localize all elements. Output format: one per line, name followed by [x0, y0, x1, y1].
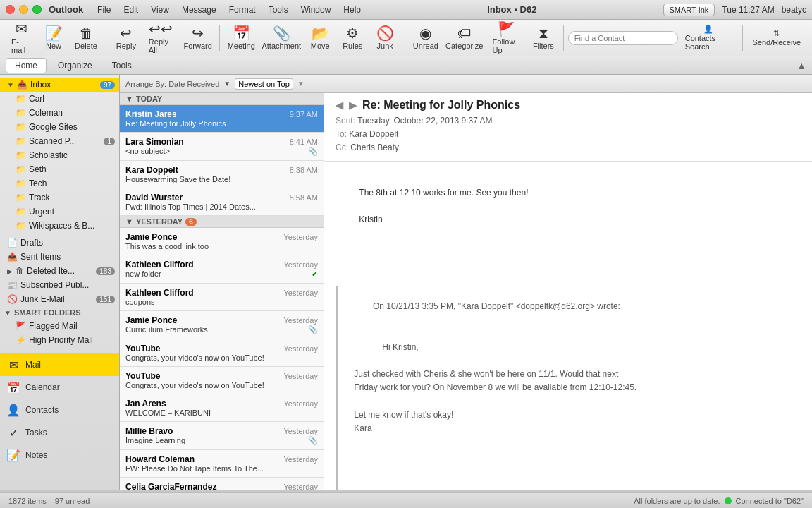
menu-tools[interactable]: Tools	[269, 5, 288, 15]
move-button[interactable]: 📂 Move	[304, 23, 336, 53]
bottom-nav-tasks[interactable]: ✓ Tasks	[0, 421, 119, 444]
nav-close-icon[interactable]: ▲	[796, 60, 806, 71]
reply-all-button[interactable]: ↩↩ Reply All	[143, 19, 179, 57]
email-item-youtube1[interactable]: YouTube Yesterday Congrats, your video's…	[120, 339, 324, 367]
sidebar-item-track[interactable]: 📁 Track	[0, 190, 119, 205]
body-line2: Kristin	[359, 214, 382, 224]
sidebar-item-subscribed[interactable]: 📰 Subscribed Publ...	[0, 278, 119, 292]
email-item-kathleen1[interactable]: Kathleen Clifford Yesterday new folder ✔	[120, 255, 324, 284]
folder-icon-junk: 🚫	[7, 294, 18, 304]
email-nav-fwd[interactable]: ▶	[349, 99, 357, 111]
forward-button[interactable]: ↪ Forward	[180, 23, 215, 53]
tab-organize[interactable]: Organize	[49, 59, 101, 73]
email-item-millie[interactable]: Millie Bravo Yesterday Imagine Learning …	[120, 422, 324, 450]
quoted-block1: On 10/21/13 3:35 PM, "Kara Doppelt" <dop…	[336, 286, 801, 490]
sidebar-item-tech[interactable]: 📁 Tech	[0, 176, 119, 190]
email-button[interactable]: ✉ E-mail	[6, 19, 37, 57]
sidebar-item-google-sites[interactable]: 📁 Google Sites	[0, 120, 119, 134]
email-time: 8:41 AM	[290, 138, 318, 146]
email-nav-back[interactable]: ◀	[336, 99, 343, 111]
follow-up-button[interactable]: 🚩 Follow Up	[487, 19, 527, 57]
unread-button[interactable]: ◉ Unread	[410, 23, 442, 53]
email-time: Yesterday	[283, 372, 318, 380]
attachment-button[interactable]: 📎 Attachment	[259, 23, 303, 53]
track-label: Track	[29, 193, 50, 202]
scanned-badge: 1	[104, 138, 115, 145]
email-item-youtube2[interactable]: YouTube Yesterday Congrats, your video's…	[120, 367, 324, 394]
sort-dropdown[interactable]: Newest on Top	[235, 78, 293, 90]
send-receive-button[interactable]: ⇅ Send/Receive	[747, 26, 807, 49]
sidebar-item-flagged-mail[interactable]: 🚩 Flagged Mail	[0, 319, 119, 333]
email-item-kristin[interactable]: Kristin Jares 9:37 AM Re: Meeting for Jo…	[120, 105, 324, 133]
meeting-button[interactable]: 📅 Meeting	[224, 23, 258, 53]
sidebar: ▼ 📥 Inbox 97 📁 Carl 📁 Coleman 📁 Google S…	[0, 75, 120, 490]
email-icon: ✉	[16, 22, 27, 36]
menu-message[interactable]: Message	[182, 5, 216, 15]
sidebar-item-inbox[interactable]: ▼ 📥 Inbox 97	[0, 78, 119, 92]
email-item-celia[interactable]: Celia GarciaFernandez Yesterday	[120, 478, 324, 490]
email-item-jamie2[interactable]: Jamie Ponce Yesterday Curriculum Framewo…	[120, 311, 324, 339]
menu-window[interactable]: Window	[301, 5, 331, 15]
sidebar-item-junk[interactable]: 🚫 Junk E-Mail 151	[0, 292, 119, 306]
sidebar-item-seth[interactable]: 📁 Seth	[0, 162, 119, 176]
find-contact-input[interactable]	[568, 31, 678, 45]
maximize-button[interactable]	[32, 5, 42, 14]
sidebar-item-wikispaces[interactable]: 📁 Wikispaces & B...	[0, 219, 119, 233]
sidebar-item-sent[interactable]: 📤 Sent Items	[0, 250, 119, 264]
sidebar-item-carl[interactable]: 📁 Carl	[0, 92, 119, 106]
email-item-kathleen2[interactable]: Kathleen Clifford Yesterday coupons	[120, 284, 324, 311]
sidebar-item-urgent[interactable]: 📁 Urgent	[0, 205, 119, 219]
email-time: Yesterday	[283, 427, 318, 435]
junk-button[interactable]: 🚫 Junk	[369, 23, 400, 53]
close-button[interactable]	[6, 5, 15, 14]
reply-button[interactable]: ↩ Reply	[111, 23, 142, 53]
menu-file[interactable]: File	[97, 5, 111, 15]
email-item-jan[interactable]: Jan Arens Yesterday WELCOME – KARIBUNI	[120, 394, 324, 422]
rules-button[interactable]: ⚙ Rules	[337, 23, 368, 53]
sidebar-item-scholastic[interactable]: 📁 Scholastic	[0, 148, 119, 162]
bottom-nav-calendar[interactable]: 📅 Calendar	[0, 376, 119, 399]
new-button[interactable]: 📝 New	[38, 23, 69, 53]
sidebar-item-scanned[interactable]: 📁 Scanned P... 1	[0, 134, 119, 148]
menu-edit[interactable]: Edit	[123, 5, 138, 15]
bottom-nav-contacts[interactable]: 👤 Contacts	[0, 399, 119, 421]
carl-label: Carl	[29, 94, 44, 104]
smart-folders-header[interactable]: ▼ SMART FOLDERS	[0, 306, 119, 319]
email-item-jamie1[interactable]: Jamie Ponce Yesterday This was a good li…	[120, 228, 324, 255]
sidebar-item-coleman[interactable]: 📁 Coleman	[0, 106, 119, 120]
contacts-nav-label: Contacts	[25, 405, 59, 415]
scholastic-label: Scholastic	[29, 150, 68, 160]
menu-view[interactable]: View	[151, 5, 169, 15]
email-item-lara[interactable]: Lara Simonian 8:41 AM <no subject> 📎	[120, 133, 324, 161]
toolbar: ✉ E-mail 📝 New 🗑 Delete ↩ Reply ↩↩ Reply…	[0, 20, 812, 56]
categorize-button[interactable]: 🏷 Categorize	[443, 23, 486, 53]
filters-button[interactable]: ⧗ Filters	[528, 23, 559, 53]
contacts-search-button[interactable]: 👤 Contacts Search	[679, 22, 738, 54]
title-bar: Outlook File Edit View Message Format To…	[0, 0, 812, 20]
tech-label: Tech	[29, 179, 47, 188]
categorize-label: Categorize	[445, 42, 483, 50]
tab-tools[interactable]: Tools	[104, 59, 140, 73]
smart-ink-button[interactable]: SMART Ink	[663, 4, 715, 16]
bottom-nav-notes[interactable]: 📝 Notes	[0, 444, 119, 466]
attachment-icon3: 📎	[308, 436, 318, 445]
sidebar-item-drafts[interactable]: 📄 Drafts	[0, 236, 119, 250]
window-title: Inbox • D62	[361, 4, 663, 15]
email-item-kara[interactable]: Kara Doppelt 8:38 AM Housewarming Save t…	[120, 161, 324, 188]
to-value: Kara Doppelt	[349, 129, 398, 139]
sidebar-item-deleted[interactable]: ▶ 🗑 Deleted Ite... 183	[0, 264, 119, 278]
new-icon: 📝	[45, 26, 63, 40]
delete-button[interactable]: 🗑 Delete	[70, 23, 102, 53]
contacts-nav-icon: 👤	[6, 402, 21, 418]
sidebar-item-high-priority[interactable]: ⚡ High Priority Mail	[0, 333, 119, 347]
today-arrow-icon: ▼	[125, 95, 133, 103]
menu-help[interactable]: Help	[343, 5, 361, 15]
minimize-button[interactable]	[19, 5, 28, 14]
deleted-badge: 183	[96, 267, 115, 275]
menu-format[interactable]: Format	[229, 5, 256, 15]
filters-icon: ⧗	[539, 26, 548, 40]
bottom-nav-mail[interactable]: ✉ Mail	[0, 353, 119, 376]
email-item-howard[interactable]: Howard Coleman Yesterday FW: Please Do N…	[120, 450, 324, 478]
tab-home[interactable]: Home	[6, 58, 47, 73]
email-item-david[interactable]: David Wurster 5:58 AM Fwd: Illinois Top …	[120, 188, 324, 216]
